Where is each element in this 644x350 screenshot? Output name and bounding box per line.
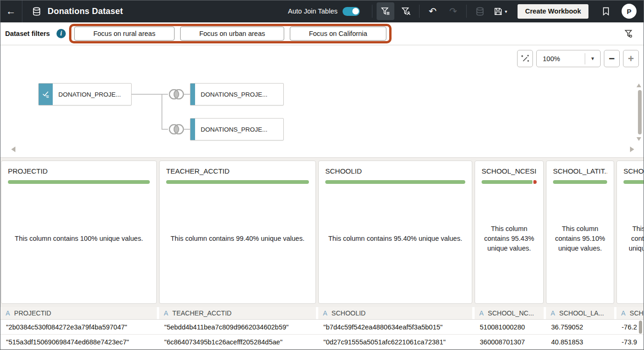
column-quality-card[interactable]: SCHOOL_NCESIDThis column contains 95.43%…	[475, 161, 544, 304]
quality-text: This column contains ...% unique values.	[623, 184, 644, 297]
grid-column-header[interactable]: ASCHOOL_LA...	[546, 307, 614, 319]
column-quality-card[interactable]: PROJECTIDThis column contains 100% uniqu…	[1, 161, 157, 304]
grid-column-header[interactable]: ATEACHER_ACCTID	[159, 307, 316, 319]
table-node-donation-proje[interactable]: DONATION_PROJE...	[38, 83, 132, 105]
column-quality-card[interactable]: SCHOThis column contains ...% unique val…	[616, 161, 644, 304]
grid-column-name: SCHOOL_NC...	[488, 309, 534, 317]
redo-button[interactable]: ↷	[444, 2, 462, 20]
table-row: "515a3df150690698474ed688e7423ec7""6c864…	[0, 335, 644, 350]
auto-join-toggle[interactable]	[343, 7, 360, 16]
table-node-label: DONATION_PROJE...	[53, 91, 121, 98]
grid-column-header[interactable]: APROJECTID	[1, 307, 157, 319]
filter-add-icon	[623, 28, 634, 39]
grid-column-name: SCHOOL_LA...	[559, 309, 604, 317]
join-diagram-canvas[interactable]: DONATION_PROJE... DONATIONS_PROJE... DON…	[0, 45, 644, 158]
chevron-down-icon: ▼	[585, 56, 600, 61]
zoom-level-dropdown[interactable]: 100% ▼	[536, 50, 601, 67]
quality-text: This column contains 95.43% unique value…	[482, 184, 537, 297]
table-node-donations-proje-1[interactable]: DONATIONS_PROJE...	[190, 83, 284, 105]
database-icon	[475, 7, 485, 16]
quality-bar	[623, 180, 644, 184]
column-title: SCHO	[623, 167, 644, 175]
quality-text: This column contains 95.40% unique value…	[325, 184, 465, 297]
data-actions-button[interactable]	[471, 2, 489, 20]
quality-bar-green-segment	[553, 180, 607, 184]
quality-text: This column contains 95.10% unique value…	[553, 184, 607, 297]
zoom-level-value: 100%	[543, 55, 560, 63]
quality-text: This column contains 100% unique values.	[8, 184, 150, 297]
filter-button-urban[interactable]: Focus on urban areas	[180, 27, 284, 41]
page-title: Donations Dataset	[48, 7, 123, 16]
scroll-right-arrow[interactable]	[630, 147, 634, 152]
column-quality-card[interactable]: SCHOOLIDThis column contains 95.40% uniq…	[318, 161, 472, 304]
scroll-up-arrow[interactable]	[637, 84, 641, 87]
data-preview-grid: APROJECTIDATEACHER_ACCTIDASCHOOLIDASCHOO…	[0, 307, 644, 350]
text-type-icon: A	[551, 309, 555, 317]
table-node-label: DONATIONS_PROJE...	[195, 126, 267, 133]
column-quality-card[interactable]: SCHOOL_LATIT...This column contains 95.1…	[546, 161, 614, 304]
join-icon-2[interactable]	[168, 123, 185, 136]
grid-cell[interactable]: "5ebdd4b411bea7c809d9662034602b59"	[159, 320, 316, 334]
text-type-icon: A	[164, 309, 168, 317]
user-avatar[interactable]: P	[622, 4, 637, 19]
grid-cell[interactable]: 40.851853	[546, 335, 614, 349]
annotation-highlight: Focus on rural areas Focus on urban area…	[69, 24, 392, 43]
quality-bar-green-segment	[8, 180, 150, 184]
zoom-in-button[interactable]: +	[623, 50, 639, 67]
save-button[interactable]: ▾	[491, 2, 509, 20]
grid-cell[interactable]: 360008701307	[475, 335, 544, 349]
table-node-donations-proje-2[interactable]: DONATIONS_PROJE...	[190, 118, 284, 140]
save-menu-caret-icon[interactable]: ▾	[505, 9, 507, 14]
bookmark-button[interactable]	[597, 2, 615, 20]
scroll-left-arrow[interactable]	[11, 147, 15, 152]
grid-cell[interactable]: "b7d4c59f542ea4880634eaf5f3a5b015"	[318, 320, 472, 334]
save-icon	[494, 7, 503, 16]
grid-scrollbar-thumb[interactable]	[639, 321, 642, 334]
grid-cell[interactable]: "515a3df150690698474ed688e7423ec7"	[1, 335, 157, 349]
add-filter-button[interactable]	[623, 28, 634, 39]
text-type-icon: A	[621, 309, 625, 317]
create-workbook-button[interactable]: Create Workbook	[518, 4, 588, 19]
grid-cell[interactable]: "0d27c91555a5051afc6221061ca72381"	[318, 335, 472, 349]
workbook-filters-button[interactable]	[397, 2, 415, 20]
scroll-down-arrow[interactable]	[637, 137, 641, 141]
undo-icon: ↶	[429, 7, 437, 16]
divider	[419, 5, 420, 18]
column-quality-card[interactable]: TEACHER_ACCTIDThis column contains 99.40…	[159, 161, 316, 304]
quality-bar	[553, 180, 607, 184]
filter-data-icon	[380, 6, 391, 16]
back-button[interactable]: ←	[0, 0, 22, 22]
filter-button-rural[interactable]: Focus on rural areas	[74, 27, 175, 41]
grid-column-header[interactable]: ASCHOOLID	[318, 307, 472, 319]
grid-cell[interactable]: 510081000280	[475, 320, 544, 334]
grid-cell[interactable]: 36.759052	[546, 320, 614, 334]
grid-column-header[interactable]: ASCHOOL_NC...	[475, 307, 544, 319]
auto-arrange-button[interactable]	[517, 50, 533, 67]
filter-applied-icon	[42, 90, 50, 98]
grid-column-header[interactable]: ASCHO	[616, 307, 644, 319]
text-type-icon: A	[6, 309, 10, 317]
grid-cell[interactable]: "2b0384c530f084272e3a79f4ba597047"	[1, 320, 157, 334]
join-icon-1[interactable]	[168, 88, 185, 101]
grid-cell[interactable]: "6c864073495b1c26acefff205284d5ae"	[159, 335, 316, 349]
quality-bar	[482, 180, 537, 184]
filter-button-california[interactable]: Focus on California	[290, 27, 386, 41]
dataset-filters-button[interactable]	[377, 2, 394, 20]
column-title: SCHOOL_NCESID	[482, 167, 537, 175]
quality-bar-green-segment	[482, 180, 532, 184]
node-accent-bar	[39, 84, 53, 105]
magic-wand-icon	[520, 54, 530, 63]
grid-header-row: APROJECTIDATEACHER_ACCTIDASCHOOLIDASCHOO…	[0, 307, 644, 320]
info-icon[interactable]: i	[56, 29, 66, 38]
filter-user-icon	[401, 6, 411, 16]
grid-column-name: PROJECTID	[14, 309, 51, 317]
zoom-controls: 100% ▼ − +	[517, 50, 639, 67]
grid-column-name: SCHOOLID	[331, 309, 365, 317]
quality-bar-green-segment	[166, 180, 309, 184]
vertical-scrollbar-thumb[interactable]	[638, 90, 642, 134]
quality-bar-green-segment	[623, 180, 644, 184]
grid-cell[interactable]: -73.9	[616, 335, 644, 349]
dataset-icon	[32, 7, 42, 16]
undo-button[interactable]: ↶	[424, 2, 441, 20]
zoom-out-button[interactable]: −	[604, 50, 620, 67]
